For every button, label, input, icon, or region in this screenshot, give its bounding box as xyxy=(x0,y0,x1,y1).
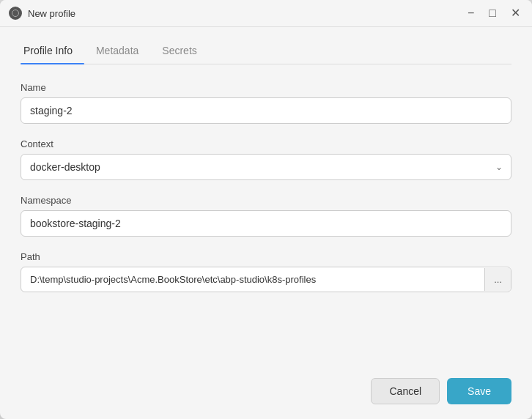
path-input-wrapper: ... xyxy=(21,267,511,292)
name-input[interactable] xyxy=(21,97,511,124)
namespace-label: Namespace xyxy=(21,195,511,206)
context-select-wrapper: docker-desktop minikube kind ⌄ xyxy=(21,154,511,180)
tab-secrets[interactable]: Secrets xyxy=(159,39,208,64)
context-label: Context xyxy=(21,138,511,149)
cancel-button[interactable]: Cancel xyxy=(371,378,440,404)
path-label: Path xyxy=(21,251,511,262)
context-field-group: Context docker-desktop minikube kind ⌄ xyxy=(21,138,511,180)
minimize-button[interactable]: − xyxy=(465,6,477,21)
path-browse-button[interactable]: ... xyxy=(484,268,511,291)
path-input[interactable] xyxy=(21,267,484,292)
window-controls: − □ ✕ xyxy=(465,6,523,21)
namespace-field-group: Namespace xyxy=(21,195,511,237)
tab-metadata[interactable]: Metadata xyxy=(93,39,150,64)
name-label: Name xyxy=(21,82,511,93)
main-window: New profile − □ ✕ Profile Info Metadata … xyxy=(0,0,532,419)
content-area: Profile Info Metadata Secrets Name Conte… xyxy=(0,27,532,366)
footer: Cancel Save xyxy=(0,366,532,419)
window-title: New profile xyxy=(28,8,459,19)
title-bar: New profile − □ ✕ xyxy=(0,0,532,27)
namespace-input[interactable] xyxy=(21,210,511,237)
save-button[interactable]: Save xyxy=(447,378,511,404)
path-field-group: Path ... xyxy=(21,251,511,292)
context-select[interactable]: docker-desktop minikube kind xyxy=(21,154,511,180)
tab-profile-info[interactable]: Profile Info xyxy=(21,39,84,64)
app-icon xyxy=(9,7,22,20)
close-button[interactable]: ✕ xyxy=(508,6,523,21)
name-field-group: Name xyxy=(21,82,511,124)
tab-bar: Profile Info Metadata Secrets xyxy=(21,27,511,64)
maximize-button[interactable]: □ xyxy=(486,6,499,21)
